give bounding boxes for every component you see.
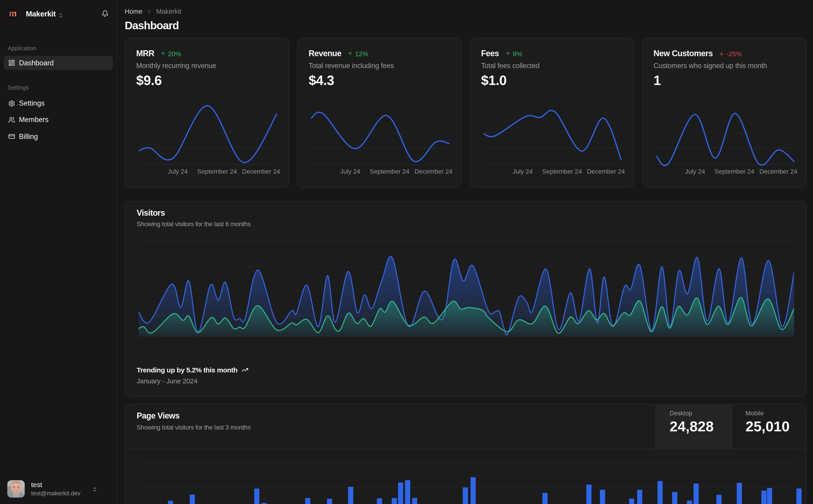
- svg-text:m: m: [9, 9, 17, 18]
